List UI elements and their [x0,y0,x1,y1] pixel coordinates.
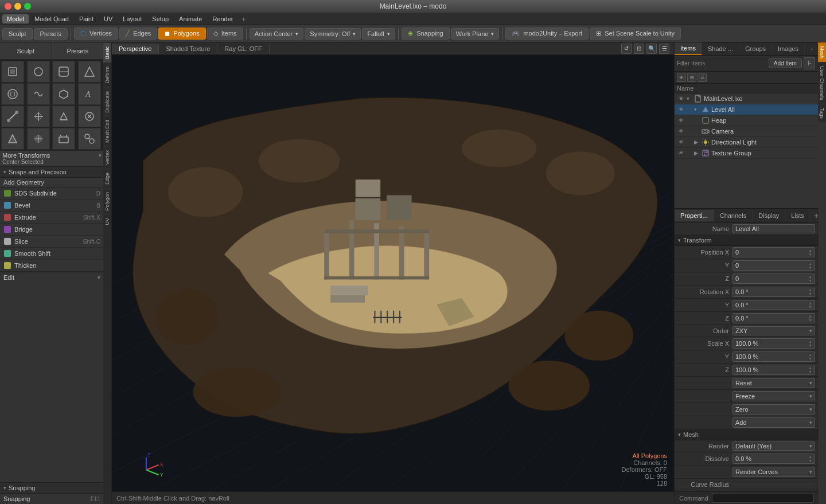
rotation-z-down[interactable]: ▼ [808,318,812,322]
snapping-section-header[interactable]: ▾ Snapping [0,483,104,494]
zero-button[interactable]: Zero [733,404,815,415]
vtab-duplicate[interactable]: Duplicate [103,87,111,116]
menu-layout[interactable]: Layout [118,14,146,24]
tool-icon-14[interactable] [27,128,50,150]
scale-z-up[interactable]: ▲ [808,366,812,370]
transforms-expand-icon[interactable]: ▾ [99,153,102,158]
viewport-maximize-btn[interactable]: ⊡ [634,44,644,54]
tool-icon-4[interactable] [78,61,101,83]
vtab-vertex[interactable]: Vertex [103,146,111,169]
scale-z-down[interactable]: ▼ [808,370,812,374]
snaps-section-header[interactable]: ▾ Snaps and Precision [0,167,104,178]
render-dropdown[interactable]: Default (Yes) [733,442,815,451]
tool-icon-12[interactable] [78,106,101,127]
tool-bridge[interactable]: Bridge [0,224,104,236]
right-vtab-tags[interactable]: Tags [818,104,826,123]
viewport-search-btn[interactable]: 🔍 [646,44,657,54]
tool-icon-2[interactable] [27,61,50,83]
items-list-icon[interactable]: ☰ [698,73,707,82]
tree-item-light[interactable]: 👁 ▶ Directional Light [675,137,819,148]
viewport-menu-btn[interactable]: ☰ [659,44,669,54]
tool-icon-13[interactable] [1,128,24,150]
position-x-down[interactable]: ▼ [808,252,812,256]
scale-x-up[interactable]: ▲ [808,339,812,343]
viewport-reset-btn[interactable]: ↺ [621,44,632,54]
visibility-icon-2[interactable]: 👁 [677,106,685,114]
menu-paint[interactable]: Paint [75,14,98,24]
tool-icon-11[interactable] [52,106,75,127]
presets-button-sidebar[interactable]: Presets [52,42,104,59]
items-tab-plus[interactable]: + [806,43,819,54]
vtab-deform[interactable]: Deform [103,62,111,87]
rotation-y-value[interactable]: 0.0 ° ▲ ▼ [733,300,815,310]
tool-sds-subdivide[interactable]: SDS Subdivide D [0,187,104,200]
mesh-section[interactable]: ▾ Mesh [675,429,819,440]
position-z-value[interactable]: 0 ▲ ▼ [733,274,815,284]
tree-item-camera[interactable]: 👁 Camera [675,126,819,137]
rotation-x-down[interactable]: ▼ [808,292,812,296]
position-z-up[interactable]: ▲ [808,275,812,279]
properties-tab[interactable]: Properti... [675,210,714,221]
transform-section[interactable]: ▾ Transform [675,235,819,246]
tool-extrude[interactable]: Extrude Shift-X [0,212,104,224]
vtab-mesh-edit[interactable]: Mesh Edit [103,116,111,146]
visibility-icon-6[interactable]: 👁 [677,149,685,157]
viewport-tab-perspective[interactable]: Perspective [112,44,159,54]
menu-uv[interactable]: UV [99,14,117,24]
vtab-edge[interactable]: Edge [103,169,111,188]
set-scene-scale-button[interactable]: ⊞ Set Scene Scale to Unity [590,28,681,40]
scale-x-down[interactable]: ▼ [808,343,812,347]
visibility-icon-3[interactable]: 👁 [677,116,685,124]
tool-icon-6[interactable] [27,83,50,105]
vtab-uv[interactable]: UV [103,214,111,229]
display-tab[interactable]: Display [753,210,785,221]
rotation-z-value[interactable]: 0.0 ° ▲ ▼ [733,313,815,323]
vertices-button[interactable]: ⬡ Vertices [74,28,118,40]
scale-x-value[interactable]: 100.0 % ▲ ▼ [733,338,815,349]
tool-icon-15[interactable] [52,128,75,150]
images-tab[interactable]: Images [772,43,805,54]
items-button[interactable]: ◇ Items [207,28,243,40]
add-geometry-header[interactable]: Add Geometry [0,178,104,187]
position-y-down[interactable]: ▼ [808,265,812,269]
position-x-value[interactable]: 0 ▲ ▼ [733,247,815,257]
scale-z-value[interactable]: 100.0 % ▲ ▼ [733,365,815,375]
tree-item-mainlevel[interactable]: 👁 ▾ MainLevel.lxo [675,93,819,104]
rotation-y-down[interactable]: ▼ [808,305,812,309]
work-plane-dropdown[interactable]: Work Plane [451,28,500,40]
dissolve-up[interactable]: ▲ [808,455,812,459]
tool-smooth-shift[interactable]: Smooth Shift [0,248,104,260]
sculpt-button-sidebar[interactable]: Sculpt [0,42,52,59]
tree-item-texture[interactable]: 👁 ▶ Texture Group [675,148,819,159]
tool-icon-7[interactable] [52,83,75,105]
visibility-icon[interactable]: 👁 [677,95,685,103]
tool-bevel[interactable]: Bevel B [0,200,104,212]
edit-section[interactable]: Edit ▾ [0,272,104,283]
sculpt-button[interactable]: Sculpt [2,28,33,40]
action-center-dropdown[interactable]: Action Center [250,28,304,40]
visibility-icon-5[interactable]: 👁 [677,138,685,146]
menu-setup[interactable]: Setup [147,14,173,24]
freeze-button[interactable]: Freeze [733,391,815,401]
viewport-canvas[interactable]: X Y Z All Polygons Channels: 0 Deformers… [112,55,674,491]
dissolve-value[interactable]: 0.0 % ▲ ▼ [733,454,815,464]
props-tab-plus[interactable]: + [811,209,822,222]
scale-y-down[interactable]: ▼ [808,357,812,361]
rotation-y-up[interactable]: ▲ [808,301,812,305]
tree-item-levelall[interactable]: 👁 ▾ Level All [675,104,819,115]
menu-render[interactable]: Render [208,14,237,24]
scale-y-value[interactable]: 100.0 % ▲ ▼ [733,351,815,362]
snapping-button[interactable]: ⊕ Snapping [402,28,450,40]
polygons-button[interactable]: ◼ Polygons [158,28,205,40]
tool-thicken[interactable]: Thicken [0,260,104,272]
menu-plus[interactable]: + [239,14,248,24]
menu-model-quad[interactable]: Model Quad [30,14,73,24]
visibility-icon-4[interactable]: 👁 [677,127,685,135]
snapping-item[interactable]: Snapping F11 [0,494,104,504]
rotation-z-up[interactable]: ▲ [808,314,812,318]
viewport-tab-shaded[interactable]: Shaded Texture [159,44,217,54]
add-button[interactable]: Add [733,417,815,428]
modo2unity-button[interactable]: 🎮 modo2Unity – Export [505,28,589,40]
edges-button[interactable]: ╱ Edges [119,28,157,40]
tool-icon-1[interactable] [1,61,24,83]
